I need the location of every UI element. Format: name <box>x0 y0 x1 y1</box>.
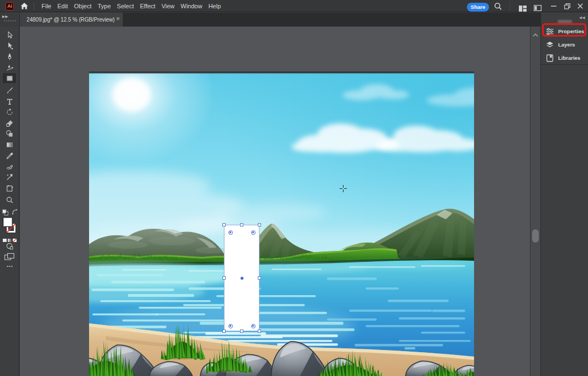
none-mode-icon[interactable] <box>12 235 17 239</box>
close-button[interactable] <box>574 0 586 12</box>
panel-tab-properties[interactable]: Properties <box>541 25 588 37</box>
selection-handle-sw[interactable] <box>222 329 226 333</box>
symbol-sprayer-tool[interactable] <box>4 172 15 182</box>
color-mode-icon[interactable] <box>2 235 7 239</box>
dock-grip[interactable] <box>4 20 16 22</box>
search-icon[interactable] <box>494 2 502 11</box>
restore-button[interactable] <box>561 0 573 12</box>
panels-layout-icon[interactable] <box>534 3 542 9</box>
placed-image <box>89 71 474 376</box>
menubar-separator <box>34 2 34 10</box>
shaper-tool[interactable] <box>4 162 15 172</box>
screen-mode-icon[interactable] <box>4 253 14 260</box>
vertical-scrollbar[interactable] <box>530 27 540 376</box>
selection-center-point[interactable] <box>240 276 244 280</box>
selection-handle-nw[interactable] <box>222 223 226 226</box>
selection-handle-se[interactable] <box>258 329 261 333</box>
menu-edit[interactable]: Edit <box>54 0 71 12</box>
corner-radius-widget-nw[interactable] <box>228 230 233 235</box>
illustrator-window: Ai File Edit Object Type Select Effect V… <box>0 0 588 376</box>
panel-tab-label: Properties <box>558 28 584 34</box>
menu-file[interactable]: File <box>38 0 54 12</box>
menu-bar: Ai File Edit Object Type Select Effect V… <box>0 0 588 12</box>
panel-tab-label: Layers <box>558 42 575 48</box>
type-tool[interactable] <box>4 96 15 106</box>
tab-close-icon[interactable]: ✕ <box>116 17 120 22</box>
artwork-image <box>89 71 474 376</box>
panel-dock: ◀◀ Properties Layers Libraries <box>540 13 588 376</box>
menubar-separator <box>509 2 510 11</box>
menu-view[interactable]: View <box>158 0 178 12</box>
eyedropper-tool[interactable] <box>4 151 15 161</box>
properties-icon <box>546 28 554 35</box>
corner-radius-widget-se[interactable] <box>251 324 256 328</box>
curvature-tool[interactable] <box>4 63 15 73</box>
menu-items: File Edit Object Type Select Effect View… <box>38 0 224 12</box>
collapse-panels-icon[interactable]: ◀◀ <box>579 16 585 20</box>
home-icon[interactable] <box>20 2 29 11</box>
crosshair-cursor <box>340 185 347 192</box>
default-fill-stroke-icon[interactable] <box>2 208 8 214</box>
selection-handle-w[interactable] <box>222 276 226 280</box>
menu-type[interactable]: Type <box>95 0 114 12</box>
share-button[interactable]: Share <box>467 3 489 12</box>
menu-object[interactable]: Object <box>71 0 95 12</box>
layers-icon <box>546 41 554 49</box>
pen-tool[interactable] <box>4 51 15 61</box>
gradient-mode-icon[interactable] <box>7 235 12 239</box>
paintbrush-tool[interactable] <box>4 85 15 95</box>
app-logo-icon[interactable]: Ai <box>6 2 14 11</box>
toolbar-dock-header: ▶▶ <box>0 13 19 27</box>
document-tab[interactable]: 24809.jpg* @ 12.5 % (RGB/Preview) ✕ <box>20 13 123 27</box>
panel-tab-libraries[interactable]: Libraries <box>541 52 588 64</box>
tools-panel: ••• <box>0 27 19 376</box>
selection-handle-n[interactable] <box>240 223 243 226</box>
menu-select[interactable]: Select <box>114 0 137 12</box>
artboard-tool[interactable] <box>4 183 15 193</box>
scroll-up-icon[interactable] <box>533 29 538 33</box>
selection-handle-ne[interactable] <box>258 223 261 226</box>
direct-selection-tool[interactable] <box>4 40 15 50</box>
panel-divider <box>541 64 588 65</box>
gradient-tool[interactable] <box>4 140 15 150</box>
edit-toolbar-icon[interactable]: ••• <box>4 264 15 269</box>
canvas-area[interactable] <box>20 27 530 376</box>
eraser-tool[interactable] <box>4 118 15 128</box>
menu-help[interactable]: Help <box>205 0 224 12</box>
rotate-tool[interactable] <box>4 107 15 117</box>
shape-builder-tool[interactable] <box>4 128 15 138</box>
blurred-label <box>558 20 572 23</box>
minimize-button[interactable] <box>548 0 560 12</box>
swap-fill-stroke-icon[interactable] <box>11 207 18 214</box>
zoom-tool[interactable] <box>4 195 15 205</box>
panel-tab-layers[interactable]: Layers <box>541 39 588 50</box>
document-tab-bar: ▶▶ 24809.jpg* @ 12.5 % (RGB/Preview) ✕ <box>0 13 588 27</box>
selection-handle-s[interactable] <box>240 329 243 333</box>
drawing-mode-icon[interactable] <box>5 242 14 250</box>
corner-radius-widget-sw[interactable] <box>228 324 233 328</box>
menu-window[interactable]: Window <box>178 0 205 12</box>
corner-radius-widget-ne[interactable] <box>251 230 256 235</box>
panel-tab-label: Libraries <box>558 55 580 61</box>
rectangle-tool[interactable] <box>3 73 16 83</box>
dock-expand-icon[interactable]: ▶▶ <box>2 14 8 19</box>
libraries-icon <box>546 54 554 62</box>
menu-effect[interactable]: Effect <box>137 0 158 12</box>
workspace-switcher-icon[interactable] <box>519 4 527 10</box>
fill-color-swatch[interactable] <box>3 217 13 227</box>
selection-tool[interactable] <box>4 30 15 40</box>
scrollbar-thumb[interactable] <box>532 229 539 243</box>
selection-handle-e[interactable] <box>258 276 261 280</box>
document-tab-label: 24809.jpg* @ 12.5 % (RGB/Preview) <box>20 17 115 23</box>
